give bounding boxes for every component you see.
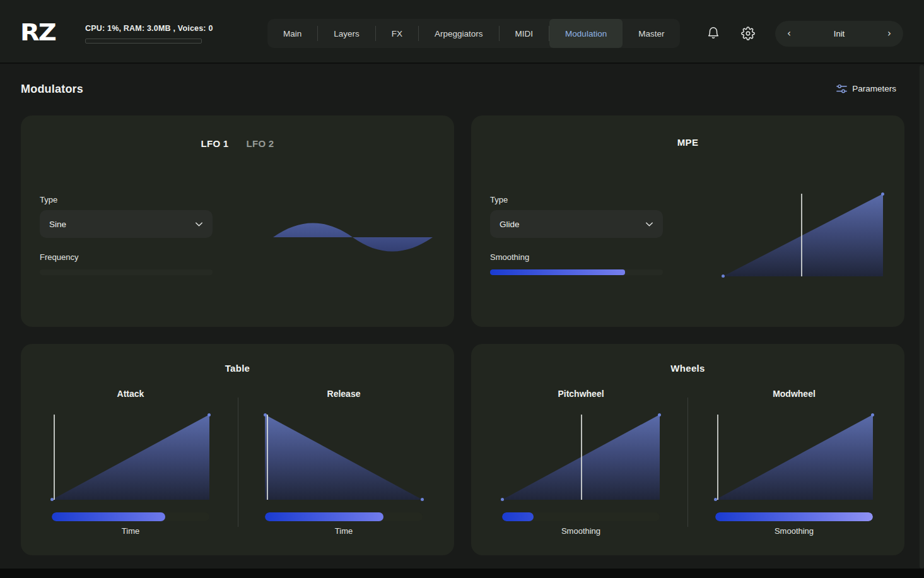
modwheel-slider-label: Smoothing [715,526,873,536]
viz-endpoint-dot [501,498,504,501]
mpe-title: MPE [471,137,904,148]
scrollbar[interactable] [920,65,924,569]
tab-lfo-2[interactable]: LFO 2 [247,138,274,149]
viz-endpoint-dot [722,274,725,278]
panel-wheels: Wheels Pitchwheel Smoothing Modwheel Smo… [471,344,904,555]
viz-cursor [801,194,802,276]
tab-modulation[interactable]: Modulation [549,19,623,48]
preset-name[interactable]: Init [834,29,845,38]
attack-title: Attack [52,389,209,399]
pitchwheel-smoothing-slider[interactable] [502,512,660,521]
ramp-shape [715,415,873,500]
mpe-type-value: Glide [500,220,520,229]
parameters-button[interactable]: Parameters [836,84,896,93]
preset-selector: ‹ Init › [775,21,903,47]
pitchwheel-title: Pitchwheel [502,389,660,399]
ramp-shape [52,415,209,500]
app-root: RZ CPU: 1%, RAM: 3.0MB , Voices: 0 Main … [0,0,924,578]
stats-text: CPU: 1%, RAM: 3.0MB , Voices: 0 [85,24,202,33]
slider-fill [502,512,534,521]
attack-viz [52,415,209,500]
gear-icon[interactable] [741,27,755,40]
modwheel-smoothing-slider[interactable] [715,512,873,521]
modwheel-viz [715,415,873,500]
panel-lfo: LFO 1 LFO 2 Type Sine Frequency [21,115,454,327]
viz-endpoint-dot [871,413,874,416]
mpe-controls: Type Glide Smoothing [490,195,663,275]
panel-table: Table Attack Time Release Time [21,344,454,555]
attack-time-slider[interactable] [52,512,209,521]
release-time-slider[interactable] [265,512,423,521]
app-logo: RZ [20,19,56,45]
viz-cursor [717,415,718,500]
release-slider-label: Time [265,526,423,536]
topbar: RZ CPU: 1%, RAM: 3.0MB , Voices: 0 Main … [0,0,924,64]
bell-icon[interactable] [706,27,720,40]
bottom-bar [0,569,924,578]
panel-divider [687,398,688,527]
tab-lfo-1[interactable]: LFO 1 [201,138,228,149]
wheels-title: Wheels [471,363,904,374]
viz-cursor [581,415,582,500]
parameters-label: Parameters [852,84,896,93]
preset-next-button[interactable]: › [887,29,891,38]
mpe-type-label: Type [490,195,663,204]
slider-fill [52,512,165,521]
ramp-shape [265,415,423,500]
tab-layers[interactable]: Layers [318,19,375,48]
panel-divider [238,398,238,527]
viz-endpoint-dot [881,192,884,196]
lfo-tabs: LFO 1 LFO 2 [21,138,454,149]
cpu-meter [85,38,202,44]
performance-stats: CPU: 1%, RAM: 3.0MB , Voices: 0 [85,24,202,44]
mpe-smoothing-slider[interactable] [490,269,663,275]
tab-master[interactable]: Master [623,19,680,48]
viz-cursor [54,415,55,500]
chevron-down-icon [645,220,654,229]
chevron-down-icon [194,220,204,229]
pitchwheel-viz [502,415,660,500]
tab-arpeggiators[interactable]: Arpeggiators [419,19,499,48]
sliders-icon [836,84,847,93]
topbar-icons [706,27,755,40]
lfo-frequency-slider[interactable] [40,269,213,275]
release-viz [265,415,423,500]
attack-slider-label: Time [52,526,209,536]
mpe-smoothing-label: Smoothing [490,252,663,262]
lfo-frequency-label: Frequency [40,252,213,262]
slider-fill [265,512,383,521]
lfo-waveform-viz [273,223,433,252]
viz-endpoint-dot [421,498,424,501]
page-title: Modulators [21,83,83,96]
table-title: Table [21,363,454,374]
viz-endpoint-dot [208,413,211,416]
tab-midi[interactable]: MIDI [500,19,549,48]
lfo-type-dropdown[interactable]: Sine [40,210,213,238]
slider-fill [490,269,625,275]
mpe-type-dropdown[interactable]: Glide [490,210,663,238]
viz-cursor [267,415,268,500]
tab-main[interactable]: Main [267,19,317,48]
main-nav: Main Layers FX Arpeggiators MIDI Modulat… [267,19,680,48]
panel-mpe: MPE Type Glide Smoothing [471,115,904,327]
preset-prev-button[interactable]: ‹ [787,29,791,38]
pitchwheel-slider-label: Smoothing [502,526,660,536]
lfo-type-value: Sine [49,220,66,229]
lfo-controls: Type Sine Frequency [40,195,213,275]
release-title: Release [265,389,423,399]
tab-fx[interactable]: FX [376,19,418,48]
viz-endpoint-dot [658,413,661,416]
modwheel-title: Modwheel [715,389,873,399]
slider-fill [715,512,873,521]
lfo-type-label: Type [40,195,213,204]
mpe-viz [723,194,883,276]
ramp-shape [723,194,883,276]
